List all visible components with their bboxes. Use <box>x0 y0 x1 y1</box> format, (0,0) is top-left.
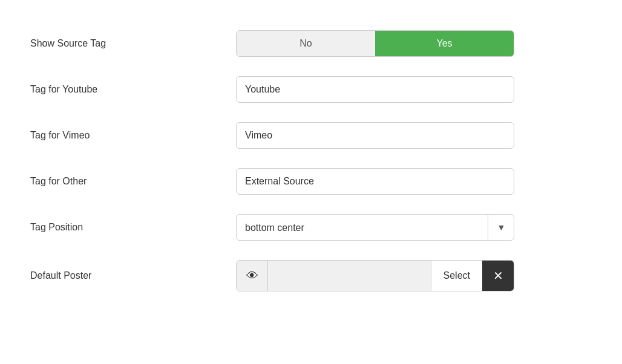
tag-position-select[interactable]: top left top center top right bottom lef… <box>236 214 514 241</box>
eye-icon: 👁 <box>246 269 258 283</box>
toggle-group: No Yes <box>236 30 514 57</box>
tag-youtube-label: Tag for Youtube <box>30 84 236 95</box>
default-poster-control: 👁 Select ✕ <box>236 260 539 291</box>
tag-other-input[interactable] <box>236 168 514 195</box>
tag-position-row: Tag Position top left top center top rig… <box>30 214 539 241</box>
settings-form: Show Source Tag No Yes Tag for Youtube T… <box>12 18 557 323</box>
close-icon: ✕ <box>493 268 503 283</box>
tag-other-label: Tag for Other <box>30 176 236 187</box>
poster-eye-button[interactable]: 👁 <box>237 261 268 291</box>
poster-clear-button[interactable]: ✕ <box>482 261 514 291</box>
tag-position-label: Tag Position <box>30 222 236 233</box>
tag-youtube-control <box>236 76 539 103</box>
poster-group: 👁 Select ✕ <box>236 260 514 291</box>
default-poster-row: Default Poster 👁 Select ✕ <box>30 260 539 291</box>
show-source-tag-control: No Yes <box>236 30 539 57</box>
show-source-tag-label: Show Source Tag <box>30 38 236 49</box>
tag-vimeo-label: Tag for Vimeo <box>30 130 236 141</box>
tag-position-control: top left top center top right bottom lef… <box>236 214 539 241</box>
default-poster-label: Default Poster <box>30 270 236 281</box>
tag-other-control <box>236 168 539 195</box>
tag-vimeo-row: Tag for Vimeo <box>30 122 539 149</box>
poster-select-button[interactable]: Select <box>431 261 482 291</box>
toggle-no-button[interactable]: No <box>237 31 375 56</box>
tag-other-row: Tag for Other <box>30 168 539 195</box>
tag-youtube-input[interactable] <box>236 76 514 103</box>
toggle-yes-button[interactable]: Yes <box>375 31 514 56</box>
tag-vimeo-input[interactable] <box>236 122 514 149</box>
show-source-tag-row: Show Source Tag No Yes <box>30 30 539 57</box>
tag-youtube-row: Tag for Youtube <box>30 76 539 103</box>
tag-position-select-wrapper: top left top center top right bottom lef… <box>236 214 514 241</box>
tag-vimeo-control <box>236 122 539 149</box>
poster-path-input[interactable] <box>268 261 431 291</box>
